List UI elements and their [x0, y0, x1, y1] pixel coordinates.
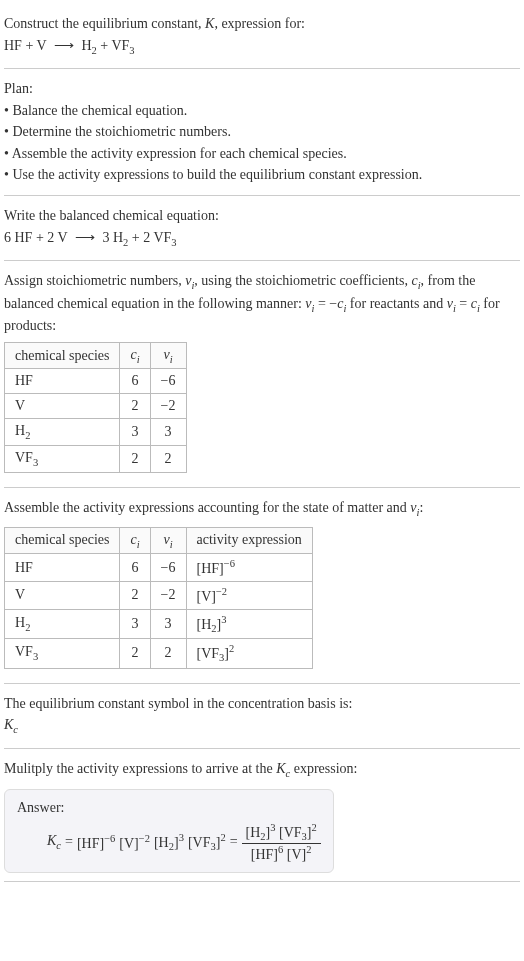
plus: + [22, 38, 37, 53]
answer-label: Answer: [17, 800, 321, 816]
col-species: chemical species [5, 342, 120, 369]
activity-text: Assemble the activity expressions accoun… [4, 498, 520, 520]
kc-lhs: Kc [47, 833, 61, 851]
col-activity: activity expression [186, 527, 312, 554]
col-nui: νi [150, 342, 186, 369]
table-row: V 2 −2 [V]−2 [5, 582, 313, 610]
table-row: H2 3 3 [5, 419, 187, 446]
final-text: Mulitply the activity expressions to arr… [4, 759, 520, 781]
stoich-table: chemical species ci νi HF 6 −6 V 2 −2 H2… [4, 342, 187, 473]
product-vf3: VF3 [111, 38, 134, 53]
plan-bullet-3: • Assemble the activity expression for e… [4, 144, 520, 164]
intro-text-pre: Construct the equilibrium constant, [4, 16, 205, 31]
coef-hf: 6 HF [4, 230, 32, 245]
term-hf: [HF]−6 [77, 833, 115, 852]
term-vf3: [VF3]2 [188, 832, 226, 852]
table-header-row: chemical species ci νi [5, 342, 187, 369]
intro-k: K [205, 16, 214, 31]
table-header-row: chemical species ci νi activity expressi… [5, 527, 313, 554]
final-section: Mulitply the activity expressions to arr… [4, 749, 520, 883]
product-h2: H2 [81, 38, 96, 53]
reactant-v: V [37, 38, 47, 53]
fraction-denominator: [HF]6 [V]2 [242, 844, 321, 863]
table-row: VF3 2 2 [VF3]2 [5, 639, 313, 668]
plan-title: Plan: [4, 79, 520, 99]
col-species: chemical species [5, 527, 120, 554]
basis-section: The equilibrium constant symbol in the c… [4, 684, 520, 749]
table-row: H2 3 3 [H2]3 [5, 609, 313, 638]
intro-text-post: , expression for: [214, 16, 305, 31]
basis-symbol: Kc [4, 715, 520, 737]
term-h2: [H2]3 [154, 832, 184, 852]
arrow-icon: ⟶ [75, 228, 95, 248]
term-v: [V]−2 [119, 833, 150, 852]
coef-h2: 3 H2 [102, 230, 128, 245]
coef-v: 2 V [47, 230, 67, 245]
reactant-hf: HF [4, 38, 22, 53]
kc-expression: Kc = [HF]−6 [V]−2 [H2]3 [VF3]2 = [H2]3 [… [17, 822, 321, 862]
plan-bullet-4: • Use the activity expressions to build … [4, 165, 520, 185]
balanced-section: Write the balanced chemical equation: 6 … [4, 196, 520, 261]
table-row: V 2 −2 [5, 394, 187, 419]
coef-vf3: 2 VF3 [143, 230, 176, 245]
activity-table: chemical species ci νi activity expressi… [4, 527, 313, 669]
col-ci: ci [120, 342, 150, 369]
table-row: HF 6 −6 [5, 369, 187, 394]
kc-fraction: [H2]3 [VF3]2 [HF]6 [V]2 [242, 822, 321, 862]
arrow-icon: ⟶ [54, 36, 74, 56]
intro-equation: HF + V ⟶ H2 + VF3 [4, 36, 520, 58]
answer-box: Answer: Kc = [HF]−6 [V]−2 [H2]3 [VF3]2 =… [4, 789, 334, 873]
basis-text: The equilibrium constant symbol in the c… [4, 694, 520, 714]
plan-section: Plan: • Balance the chemical equation. •… [4, 69, 520, 196]
activity-section: Assemble the activity expressions accoun… [4, 488, 520, 684]
table-row: VF3 2 2 [5, 446, 187, 473]
plus: + [97, 38, 112, 53]
plan-bullet-2: • Determine the stoichiometric numbers. [4, 122, 520, 142]
col-nui: νi [150, 527, 186, 554]
col-ci: ci [120, 527, 150, 554]
plan-bullet-1: • Balance the chemical equation. [4, 101, 520, 121]
stoich-text: Assign stoichiometric numbers, νi, using… [4, 271, 520, 336]
intro-section: Construct the equilibrium constant, K, e… [4, 4, 520, 69]
balanced-title: Write the balanced chemical equation: [4, 206, 520, 226]
intro-line: Construct the equilibrium constant, K, e… [4, 14, 520, 34]
fraction-numerator: [H2]3 [VF3]2 [242, 822, 321, 843]
table-row: HF 6 −6 [HF]−6 [5, 554, 313, 582]
stoich-section: Assign stoichiometric numbers, νi, using… [4, 261, 520, 488]
balanced-equation: 6 HF + 2 V ⟶ 3 H2 + 2 VF3 [4, 228, 520, 250]
